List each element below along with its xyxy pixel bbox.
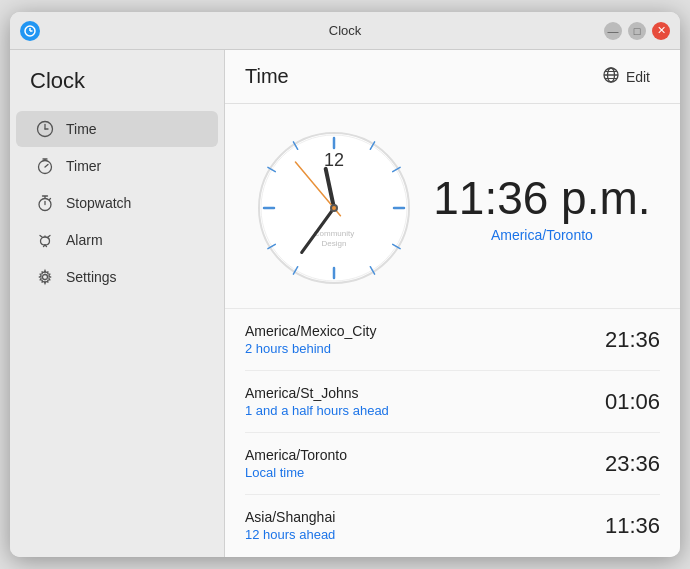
sidebar-item-settings[interactable]: Settings: [16, 259, 218, 295]
tz-name: America/St_Johns: [245, 385, 389, 401]
time-display: 11:36 p.m. America/Toronto: [433, 173, 650, 244]
table-row: America/St_Johns 1 and a half hours ahea…: [245, 371, 660, 433]
svg-text:Community: Community: [314, 229, 354, 238]
settings-icon: [36, 268, 54, 286]
svg-point-47: [332, 206, 336, 210]
edit-label: Edit: [626, 69, 650, 85]
sidebar-alarm-label: Alarm: [66, 232, 103, 248]
sidebar-item-stopwatch[interactable]: Stopwatch: [16, 185, 218, 221]
tz-name: Asia/Shanghai: [245, 509, 335, 525]
tz-offset: 12 hours ahead: [245, 527, 335, 542]
table-row: America/Toronto Local time 23:36: [245, 433, 660, 495]
main-header: Time Edit: [225, 50, 680, 104]
sidebar-time-label: Time: [66, 121, 97, 137]
close-button[interactable]: ✕: [652, 22, 670, 40]
svg-point-20: [43, 275, 48, 280]
table-row: Asia/Shanghai 12 hours ahead 11:36: [245, 495, 660, 556]
svg-line-9: [45, 165, 48, 168]
tz-name: America/Toronto: [245, 447, 347, 463]
sidebar: Clock Time: [10, 50, 225, 557]
current-time: 11:36 p.m.: [433, 173, 650, 224]
minimize-button[interactable]: —: [604, 22, 622, 40]
window-controls: — □ ✕: [604, 22, 670, 40]
titlebar-left: [20, 21, 40, 41]
clock-icon: [36, 120, 54, 138]
tz-time: 23:36: [605, 451, 660, 477]
stopwatch-icon: [36, 194, 54, 212]
tz-info: America/Mexico_City 2 hours behind: [245, 323, 376, 356]
alarm-icon: [36, 231, 54, 249]
sidebar-settings-label: Settings: [66, 269, 117, 285]
timer-icon: [36, 157, 54, 175]
globe-icon: [602, 66, 620, 87]
app-title: Clock: [10, 60, 224, 110]
tz-offset: 1 and a half hours ahead: [245, 403, 389, 418]
tz-info: America/St_Johns 1 and a half hours ahea…: [245, 385, 389, 418]
timezones-list: America/Mexico_City 2 hours behind 21:36…: [225, 309, 680, 556]
sidebar-stopwatch-label: Stopwatch: [66, 195, 131, 211]
maximize-button[interactable]: □: [628, 22, 646, 40]
app-window: Clock — □ ✕ Clock Time: [10, 12, 680, 557]
titlebar: Clock — □ ✕: [10, 12, 680, 50]
svg-line-14: [50, 199, 51, 200]
tz-time: 21:36: [605, 327, 660, 353]
edit-button[interactable]: Edit: [592, 62, 660, 91]
sidebar-item-time[interactable]: Time: [16, 111, 218, 147]
sidebar-item-alarm[interactable]: Alarm: [16, 222, 218, 258]
current-timezone: America/Toronto: [433, 227, 650, 243]
tz-time: 11:36: [605, 513, 660, 539]
tz-time: 01:06: [605, 389, 660, 415]
svg-line-18: [40, 236, 42, 238]
svg-text:Design: Design: [322, 239, 347, 248]
tz-offset: Local time: [245, 465, 347, 480]
analog-clock: 12 Community Design: [254, 128, 414, 288]
tz-info: Asia/Shanghai 12 hours ahead: [245, 509, 335, 542]
svg-line-19: [48, 236, 50, 238]
tz-name: America/Mexico_City: [245, 323, 376, 339]
sidebar-item-timer[interactable]: Timer: [16, 148, 218, 184]
window-title: Clock: [329, 23, 362, 38]
svg-text:12: 12: [324, 150, 344, 170]
main-panel-title: Time: [245, 65, 289, 88]
tz-info: America/Toronto Local time: [245, 447, 347, 480]
table-row: America/Mexico_City 2 hours behind 21:36: [245, 309, 660, 371]
main-panel: Time Edit: [225, 50, 680, 557]
sidebar-timer-label: Timer: [66, 158, 101, 174]
main-content: Clock Time: [10, 50, 680, 557]
clock-section: 12 Community Design: [225, 104, 680, 309]
app-icon: [20, 21, 40, 41]
tz-offset: 2 hours behind: [245, 341, 376, 356]
